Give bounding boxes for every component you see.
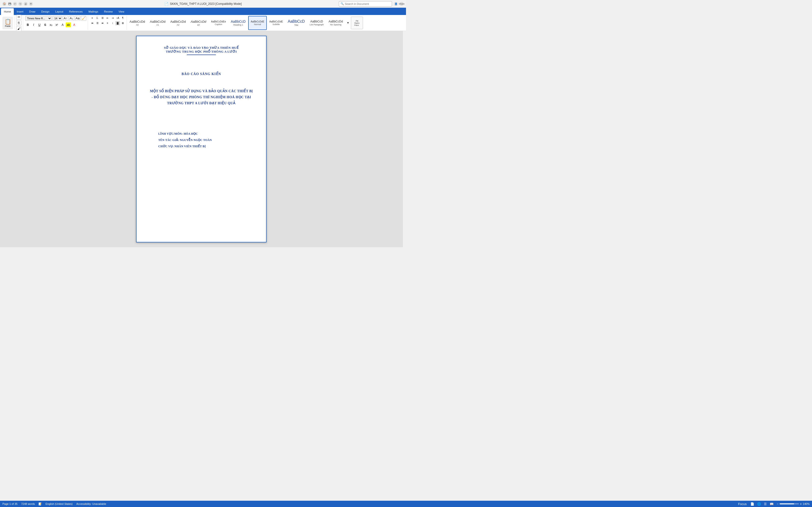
style-a3-label: a3 xyxy=(197,24,200,26)
document-area[interactable]: SỞ GIÁO DỤC VÀ ĐÀO TẠO THỪA THIÊN HUẾ TR… xyxy=(0,31,403,247)
tab-design[interactable]: Design xyxy=(39,8,52,15)
tab-layout[interactable]: Layout xyxy=(52,8,66,15)
underline-button[interactable]: U xyxy=(37,22,42,27)
title-line1: MỘT SỐ BIỆN PHÁP SỬ DỤNG VÀ BẢO QUẢN CÁC… xyxy=(150,88,253,94)
align-row: ⬅ ☰ ➡ ≡ ↕ ▓ ⊞ xyxy=(90,21,125,25)
info-field-subject: LĨNH VỰC/MÔN: HÓA HỌC xyxy=(158,131,212,137)
styles-expand-btn[interactable]: ▼ xyxy=(346,21,350,25)
style-A0-preview: AaBbCcDd xyxy=(130,20,145,23)
styles-pane-icon: Aa xyxy=(355,19,358,22)
text-effects-button[interactable]: A xyxy=(60,22,65,27)
style-caption-label: Caption xyxy=(215,23,222,25)
style-no-spacing-label: No Spacing xyxy=(330,23,342,26)
search-input[interactable] xyxy=(345,2,390,5)
style-A0-label: A0 xyxy=(136,24,139,26)
style-subtitle-label: Subtitle xyxy=(272,23,280,25)
print-btn[interactable]: 🖨 xyxy=(24,2,28,6)
increase-font-btn[interactable]: A↑ xyxy=(63,16,68,21)
save-btn[interactable]: 💾 xyxy=(8,2,12,6)
superscript-button[interactable]: x² xyxy=(54,22,59,27)
align-left-btn[interactable]: ⬅ xyxy=(90,21,95,25)
style-A1[interactable]: AaBbCcDd A1 xyxy=(148,16,167,30)
font-name-select[interactable]: Times New R... xyxy=(25,16,52,21)
tab-mailings[interactable]: Mailings xyxy=(86,8,101,15)
italic-button[interactable]: I xyxy=(31,22,36,27)
tab-review[interactable]: Review xyxy=(101,8,115,15)
multilevel-list-btn[interactable]: ☰ xyxy=(100,16,105,20)
style-list-paragraph[interactable]: AaBbCcD List Paragraph xyxy=(307,16,326,30)
main-area: SỞ GIÁO DỤC VÀ ĐÀO TẠO THỪA THIÊN HUẾ TR… xyxy=(0,31,406,247)
style-subtitle[interactable]: AaBbCcDdE Subtitle xyxy=(267,16,285,30)
paste-label: Paste xyxy=(5,25,10,27)
title-label: SKKN_TOAN_THPT A LUOI_2023 [Compatibilit… xyxy=(170,2,242,6)
copy-button[interactable]: ⎘ xyxy=(16,20,21,25)
line-spacing-btn[interactable]: ↕ xyxy=(110,21,115,25)
change-case-btn[interactable]: Aa xyxy=(75,16,80,21)
header-underline xyxy=(187,55,216,55)
increase-indent-btn[interactable]: ⇥ xyxy=(110,16,115,20)
cut-button[interactable]: ✂ xyxy=(16,15,21,19)
search-box[interactable]: 🔍 xyxy=(339,1,392,6)
decrease-font-btn[interactable]: A↓ xyxy=(69,16,74,21)
clipboard-group: 📋 Paste ✂ ⎘ 🖌 xyxy=(1,16,23,30)
undo-btn[interactable]: ↩ xyxy=(13,2,17,6)
decrease-indent-btn[interactable]: ⇤ xyxy=(105,16,110,20)
style-A0[interactable]: AaBbCcDd A0 xyxy=(128,16,147,30)
bullet-list-btn[interactable]: ≡ xyxy=(90,16,95,20)
clear-format-btn[interactable]: 🧹 xyxy=(81,16,86,21)
title-right-controls: 🔍 👤 Share xyxy=(339,1,404,6)
document-page: SỞ GIÁO DỤC VÀ ĐÀO TẠO THỪA THIÊN HUẾ TR… xyxy=(136,36,266,242)
subscript-button[interactable]: x₂ xyxy=(48,22,54,27)
redo-btn[interactable]: ↪ xyxy=(18,2,22,6)
info-field-author: TÊN TÁC GIẢ: NGUYỄN NGỌC TOÀN xyxy=(158,137,212,143)
paragraph-group: ≡ 1. ☰ ⇤ ⇥ ↕A ¶ ⬅ ☰ ➡ ≡ ↕ ▓ ⊞ xyxy=(89,16,127,30)
strikethrough-button[interactable]: S xyxy=(43,22,48,27)
window-controls: 🏠 💾 ↩ ↪ 🖨 ▼ xyxy=(2,2,33,6)
styles-area: AaBbCcDd A0 AaBbCcDd A1 AaBbCcDd A2 AaBb… xyxy=(128,16,405,30)
format-row: B I U S x₂ x² A ab A xyxy=(25,22,77,27)
toolbar: 📋 Paste ✂ ⎘ 🖌 Times New R... 14 A↑ A↓ Aa… xyxy=(0,15,406,31)
bold-button[interactable]: B xyxy=(25,22,31,27)
sort-btn[interactable]: ↕A xyxy=(115,16,120,20)
font-group: Times New R... 14 A↑ A↓ Aa 🧹 B I U S x₂ … xyxy=(24,16,88,30)
align-center-btn[interactable]: ☰ xyxy=(95,21,100,25)
justify-btn[interactable]: ≡ xyxy=(105,21,110,25)
style-normal[interactable]: AaBbCcDdE Normal xyxy=(248,16,266,30)
title-line2: - ĐỒ DÙNG DẠY HỌC PHÒNG THÍ NGHIỆM HOÁ H… xyxy=(150,94,253,100)
style-title[interactable]: AaBbCcD Title xyxy=(286,16,307,30)
tab-home[interactable]: Home xyxy=(1,8,14,15)
font-size-select[interactable]: 14 xyxy=(52,16,62,21)
style-no-spacing[interactable]: AaBbCcDd No Spacing xyxy=(326,16,345,30)
borders-btn[interactable]: ⊞ xyxy=(120,21,125,25)
document-title: 📄 SKKN_TOAN_THPT A LUOI_2023 [Compatibil… xyxy=(164,2,242,6)
style-list-paragraph-label: List Paragraph xyxy=(310,23,324,26)
home-btn[interactable]: 🏠 xyxy=(2,2,6,6)
share-btn[interactable]: Share xyxy=(400,2,404,6)
more-btn[interactable]: ▼ xyxy=(29,2,33,6)
align-right-btn[interactable]: ➡ xyxy=(100,21,105,25)
style-A2-label: A2 xyxy=(176,24,179,26)
account-btn[interactable]: 👤 xyxy=(394,2,398,6)
font-color-button[interactable]: A xyxy=(71,22,77,27)
bao-cao-title: BÁO CÁO SÁNG KIẾN xyxy=(182,72,221,76)
tab-references[interactable]: References xyxy=(66,8,86,15)
tab-view[interactable]: View xyxy=(116,8,128,15)
style-heading1[interactable]: AaBbCcD Heading 1 xyxy=(229,16,248,30)
show-marks-btn[interactable]: ¶ xyxy=(120,16,125,20)
header-line2: TRƯỜNG TRUNG HỌC PHỔ THÔNG A LƯỚI xyxy=(149,50,254,54)
title-line3: TRƯỜNG THPT A LƯỚI ĐẠT HIỆU QUẢ xyxy=(150,100,253,106)
shading-btn[interactable]: ▓ xyxy=(115,21,120,25)
tab-insert[interactable]: Insert xyxy=(14,8,27,15)
style-a3[interactable]: AaBbCcDd a3 xyxy=(189,16,208,30)
style-caption[interactable]: AaBbCcDdEe Caption xyxy=(209,16,228,30)
paste-button[interactable]: 📋 Paste xyxy=(2,17,13,29)
styles-pane-button[interactable]: Aa StylesPane xyxy=(351,17,363,29)
numbered-list-btn[interactable]: 1. xyxy=(95,16,100,20)
info-section: LĨNH VỰC/MÔN: HÓA HỌC TÊN TÁC GIẢ: NGUYỄ… xyxy=(158,131,212,150)
style-A2[interactable]: AaBbCcDd A2 xyxy=(168,16,188,30)
highlight-button[interactable]: ab xyxy=(66,22,71,27)
vertical-scrollbar[interactable] xyxy=(403,31,406,247)
tab-draw[interactable]: Draw xyxy=(27,8,39,15)
style-A2-preview: AaBbCcDd xyxy=(170,20,186,23)
format-painter-button[interactable]: 🖌 xyxy=(16,26,21,31)
